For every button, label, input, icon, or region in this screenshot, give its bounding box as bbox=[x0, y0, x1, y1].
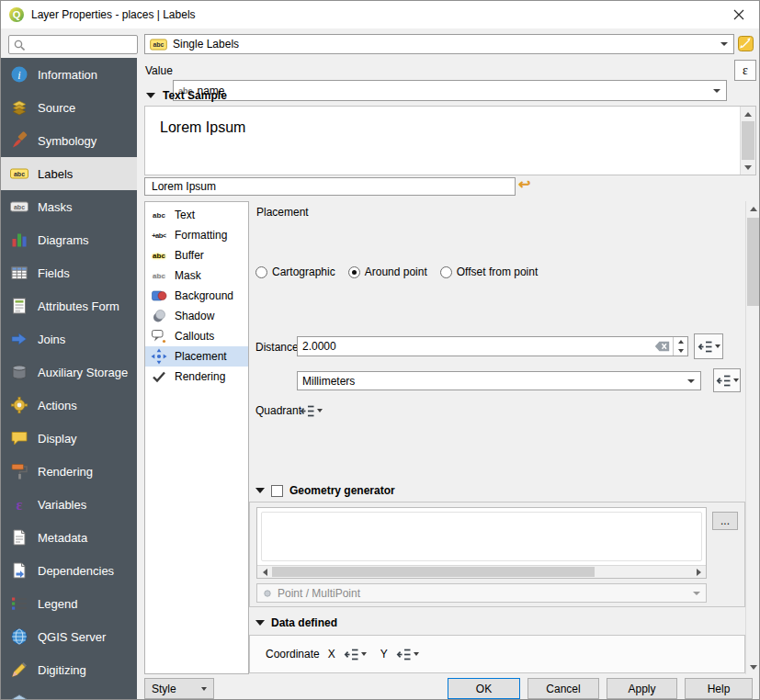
radio-cartographic[interactable]: Cartographic bbox=[255, 265, 335, 278]
window-title: Layer Properties - places | Labels bbox=[31, 8, 196, 21]
placement-panel: Placement Cartographic Around point Offs… bbox=[249, 201, 745, 674]
coordinate-x-data-defined-button[interactable] bbox=[344, 648, 367, 661]
sidebar-item-auxiliary-storage[interactable]: Auxiliary Storage bbox=[1, 356, 137, 389]
value-field-combo[interactable]: abc name bbox=[173, 80, 727, 101]
quadrant-data-defined-button[interactable] bbox=[300, 401, 323, 421]
sidebar-item-digitizing[interactable]: Digitizing bbox=[1, 653, 137, 686]
distance-label: Distance bbox=[255, 341, 299, 354]
scroll-right-icon[interactable] bbox=[691, 566, 706, 578]
tab-rendering[interactable]: Rendering bbox=[145, 367, 248, 387]
sidebar-item-legend[interactable]: Legend bbox=[1, 587, 137, 620]
cancel-button[interactable]: Cancel bbox=[527, 678, 599, 699]
panel-scrollbar[interactable] bbox=[745, 201, 760, 674]
style-menu-button[interactable]: Style bbox=[144, 678, 214, 699]
tab-callouts[interactable]: Callouts bbox=[145, 326, 248, 346]
chevron-down-icon bbox=[317, 409, 323, 412]
sidebar-item-symbology[interactable]: Symbology bbox=[1, 124, 137, 157]
scroll-down-icon[interactable] bbox=[741, 160, 755, 175]
text-sample-header[interactable]: Text Sample bbox=[146, 89, 227, 102]
apply-button[interactable]: Apply bbox=[607, 678, 677, 699]
search-input[interactable] bbox=[28, 38, 132, 52]
auxiliary-storage-icon bbox=[9, 362, 29, 382]
clear-icon[interactable] bbox=[654, 341, 670, 352]
geometry-generator-header[interactable]: Geometry generator bbox=[255, 484, 395, 497]
sidebar-item-information[interactable]: i Information bbox=[1, 58, 137, 91]
tab-placement[interactable]: Placement bbox=[145, 346, 248, 367]
tab-formatting[interactable]: +ab< Formatting bbox=[145, 225, 248, 245]
scrollbar-thumb[interactable] bbox=[272, 567, 595, 577]
scrollbar-thumb[interactable] bbox=[742, 121, 754, 160]
auto-apply-button[interactable] bbox=[737, 35, 754, 52]
units-data-defined-button[interactable] bbox=[713, 368, 741, 392]
spin-up-icon[interactable] bbox=[674, 337, 687, 346]
sidebar-item-qgis-server[interactable]: QGIS Server bbox=[1, 620, 137, 653]
svg-text:i: i bbox=[17, 69, 20, 82]
sidebar-item-labels[interactable]: abc Labels bbox=[1, 157, 137, 190]
sidebar-item-metadata[interactable]: Metadata bbox=[1, 521, 137, 554]
source-icon bbox=[9, 97, 29, 118]
radio-checked-icon bbox=[348, 266, 360, 278]
tab-text[interactable]: abc Text bbox=[145, 205, 248, 225]
dependencies-icon bbox=[9, 560, 29, 581]
spin-down-icon[interactable] bbox=[674, 346, 687, 356]
tab-buffer[interactable]: abc Buffer bbox=[145, 245, 248, 265]
sidebar-item-masks[interactable]: abc Masks bbox=[1, 190, 137, 223]
scrollbar-thumb[interactable] bbox=[747, 218, 760, 306]
epsilon-icon: ε bbox=[743, 63, 748, 78]
svg-text:abc: abc bbox=[153, 41, 164, 48]
scroll-up-icon[interactable] bbox=[746, 201, 760, 216]
sidebar-item-rendering[interactable]: Rendering bbox=[1, 455, 137, 488]
data-defined-header[interactable]: Data defined bbox=[255, 616, 337, 629]
properties-sidebar: i Information Source Symbology abc Label… bbox=[1, 58, 137, 700]
actions-icon bbox=[9, 395, 29, 415]
tab-shadow[interactable]: Shadow bbox=[145, 306, 248, 326]
ok-button[interactable]: OK bbox=[448, 678, 520, 699]
expression-builder-button[interactable]: ε bbox=[734, 60, 756, 81]
placement-icon bbox=[148, 348, 170, 365]
svg-text:abc: abc bbox=[14, 171, 25, 177]
text-icon: abc bbox=[148, 207, 170, 223]
sidebar-item-attributes-form[interactable]: Attributes Form bbox=[1, 289, 137, 322]
preview-scrollbar[interactable] bbox=[740, 107, 755, 175]
attributes-form-icon bbox=[9, 296, 29, 316]
label-mode-combo[interactable]: abc Single Labels bbox=[144, 34, 734, 54]
sample-text-input[interactable] bbox=[150, 179, 510, 194]
sidebar-item-joins[interactable]: Joins bbox=[1, 322, 137, 356]
sidebar-item-source[interactable]: Source bbox=[1, 91, 137, 124]
data-defined-frame: Coordinate X Y bbox=[249, 635, 745, 673]
tab-mask[interactable]: abc Mask bbox=[145, 265, 248, 286]
metadata-icon bbox=[9, 527, 29, 548]
scroll-down-icon[interactable] bbox=[746, 660, 760, 674]
geometry-type-value: Point / MultiPoint bbox=[278, 587, 360, 600]
reset-sample-button[interactable]: ↩ bbox=[518, 175, 530, 193]
sidebar-item-fields[interactable]: Fields bbox=[1, 256, 137, 289]
coordinate-y-data-defined-button[interactable] bbox=[396, 648, 419, 661]
expression-builder-more-button[interactable]: ... bbox=[712, 512, 738, 530]
sidebar-item-display[interactable]: Display bbox=[1, 422, 137, 455]
masks-icon: abc bbox=[9, 197, 29, 217]
radio-around-point[interactable]: Around point bbox=[348, 265, 427, 278]
chevron-down-icon bbox=[720, 42, 728, 46]
sidebar-item-diagrams[interactable]: Diagrams bbox=[1, 223, 137, 256]
sidebar-item-dependencies[interactable]: Dependencies bbox=[1, 554, 137, 587]
tab-background[interactable]: Background bbox=[145, 286, 248, 306]
digitizing-icon bbox=[9, 660, 29, 680]
scroll-up-icon[interactable] bbox=[741, 107, 755, 121]
sidebar-item-3d-view[interactable]: 3D View bbox=[1, 686, 137, 700]
spinner-arrows[interactable] bbox=[673, 337, 687, 356]
geometry-generator-checkbox[interactable] bbox=[271, 485, 283, 497]
geometry-expression-area[interactable] bbox=[256, 507, 707, 579]
distance-units-combo[interactable]: Millimeters bbox=[297, 371, 701, 390]
radio-offset-from-point[interactable]: Offset from point bbox=[440, 265, 538, 278]
distance-data-defined-button[interactable] bbox=[694, 333, 723, 359]
radio-icon bbox=[440, 266, 452, 278]
distance-spinbox[interactable]: 2.0000 bbox=[297, 336, 688, 356]
scroll-left-icon[interactable] bbox=[257, 566, 272, 578]
background-icon bbox=[148, 288, 170, 304]
sidebar-item-actions[interactable]: Actions bbox=[1, 389, 137, 422]
close-button[interactable] bbox=[719, 1, 759, 28]
sidebar-item-variables[interactable]: ε Variables bbox=[1, 488, 137, 521]
geometry-type-combo[interactable]: Point / MultiPoint bbox=[256, 583, 707, 603]
help-button[interactable]: Help bbox=[685, 678, 753, 699]
expression-hscrollbar[interactable] bbox=[257, 565, 706, 578]
